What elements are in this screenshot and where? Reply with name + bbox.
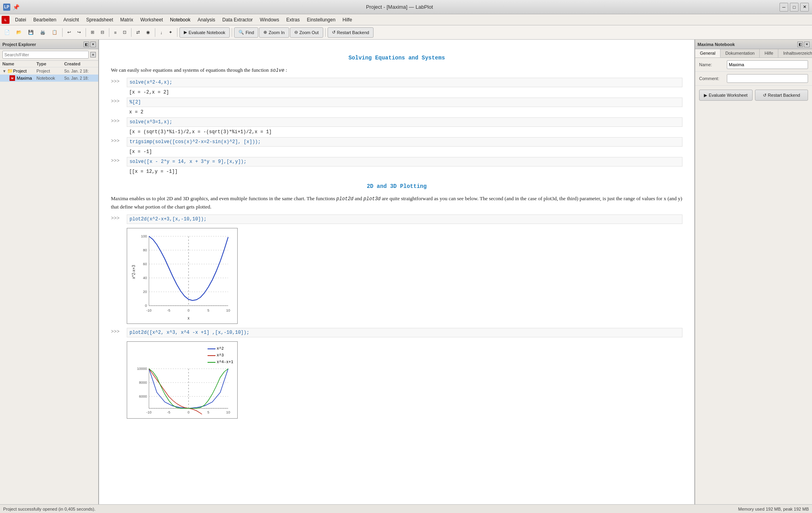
- zoom-in-button[interactable]: ⊕ Zoom In: [259, 27, 289, 38]
- tree-item-maxima[interactable]: M Maxima Notebook So. Jan. 2 18:: [0, 75, 98, 82]
- view1-button[interactable]: ⊞: [88, 27, 97, 38]
- cell-row-6: >>> plot2d(x^2-x+3,[x,-10,10]);: [111, 214, 682, 224]
- chart2-svg: 10000 8000 6000 -10 -5 0 5 10: [131, 367, 234, 414]
- menu-windows[interactable]: Windows: [257, 16, 282, 23]
- save-button[interactable]: 💾: [25, 27, 36, 38]
- right-panel-float-btn[interactable]: ◧: [797, 42, 803, 47]
- copy-button[interactable]: 📋: [49, 27, 60, 38]
- restart-backend-panel-button[interactable]: ↺ Restart Backend: [755, 90, 808, 101]
- zoom-out-label: Zoom Out: [299, 30, 319, 35]
- cell-input-6[interactable]: plot2d(x^2-x+3,[x,-10,10]);: [127, 214, 682, 224]
- sep6: [177, 28, 177, 37]
- tb-btn2[interactable]: ✦: [166, 27, 175, 38]
- evaluate-notebook-button[interactable]: ▶ Evaluate Notebook: [179, 27, 230, 38]
- evaluate-worksheet-button[interactable]: ▶ Evaluate Worksheet: [699, 90, 753, 101]
- pin-icon[interactable]: 📌: [13, 4, 19, 10]
- explorer-controls: ◧ ✕: [84, 42, 96, 47]
- prompt-1: >>>: [111, 78, 127, 85]
- explorer-close-btn[interactable]: ✕: [90, 42, 96, 47]
- svg-text:40: 40: [143, 276, 147, 280]
- sep5: [155, 28, 155, 37]
- redo-button[interactable]: ↪: [74, 27, 84, 38]
- right-panel: Maxima Notebook ◧ ✕ General Dokumentatio…: [695, 40, 812, 504]
- menu-worksheet[interactable]: Worksheet: [137, 16, 166, 23]
- solve-keyword: solve: [270, 68, 284, 73]
- undo-button[interactable]: ↩: [65, 27, 74, 38]
- menu-bearbeiten[interactable]: Bearbeiten: [30, 16, 59, 23]
- cell-input-5[interactable]: solve([x - 2*y = 14, x + 3*y = 9],[x,y])…: [127, 157, 682, 167]
- view2-button[interactable]: ⊟: [98, 27, 107, 38]
- chart2-container: x^2 x^3 x^4-x+1: [127, 341, 238, 419]
- col-type: Type: [36, 61, 64, 66]
- menu-matrix[interactable]: Matrix: [117, 16, 136, 23]
- svg-text:20: 20: [143, 290, 147, 294]
- menu-hilfe[interactable]: Hilfe: [339, 16, 355, 23]
- expand-arrow-project: ▼: [2, 69, 7, 73]
- right-panel-close-btn[interactable]: ✕: [804, 42, 810, 47]
- tab-hilfe[interactable]: Hilfe: [760, 49, 778, 57]
- close-button[interactable]: ✕: [800, 3, 809, 11]
- zoom-out-button[interactable]: ⊖ Zoom Out: [290, 27, 323, 38]
- svg-text:-5: -5: [167, 410, 170, 414]
- menu-notebook[interactable]: Notebook: [167, 16, 193, 23]
- cell-input-4[interactable]: trigsimp(solve([cos(x)^2-x=2-sin(x)^2], …: [127, 137, 682, 147]
- tb-btn1[interactable]: ↓: [157, 27, 165, 38]
- col-name: Name: [2, 61, 36, 66]
- menu-extras[interactable]: Extras: [283, 16, 303, 23]
- explorer-header: Project Explorer ◧ ✕: [0, 40, 98, 49]
- tab-dokumentation[interactable]: Dokumentation: [721, 49, 760, 57]
- chart1-container: 100 80 60 40 20 0 -10 -5 0 5 10: [127, 228, 238, 324]
- solve-intro-text: We can easily solve equations and system…: [111, 66, 682, 75]
- cell-output-5: [[x = 12,y = -1]]: [127, 167, 682, 176]
- right-panel-controls: ◧ ✕: [797, 42, 810, 47]
- new-button[interactable]: 📄: [2, 27, 13, 38]
- menu-data-extractor[interactable]: Data Extractor: [219, 16, 256, 23]
- restart-label: Restart Backend: [337, 30, 369, 35]
- prompt-4: >>>: [111, 137, 127, 145]
- cell-input-2[interactable]: %[2]: [127, 98, 682, 107]
- cell-input-3[interactable]: solve(x^3=1,x);: [127, 117, 682, 127]
- print-button[interactable]: 🖨️: [37, 27, 48, 38]
- right-panel-header: Maxima Notebook ◧ ✕: [695, 40, 812, 49]
- menu-analysis[interactable]: Analysis: [194, 16, 219, 23]
- menu-ansicht[interactable]: Ansicht: [60, 16, 82, 23]
- cell-input-1[interactable]: solve(x^2-4,x);: [127, 78, 682, 87]
- search-input[interactable]: [2, 51, 89, 59]
- find-button[interactable]: 🔍 Find: [234, 27, 258, 38]
- menu-einstellungen[interactable]: Einstellungen: [304, 16, 339, 23]
- svg-text:x: x: [188, 316, 190, 320]
- circle-button[interactable]: ◉: [143, 27, 153, 38]
- chart2-box: x^2 x^3 x^4-x+1: [127, 341, 238, 419]
- open-button[interactable]: 📂: [13, 27, 25, 38]
- tab-inhaltsverzeichnis[interactable]: Inhaltsverzeichn...: [778, 49, 812, 57]
- prompt-7: >>>: [111, 328, 127, 335]
- chart2-button[interactable]: ⊡: [120, 27, 129, 38]
- project-name: Project: [13, 69, 36, 73]
- restart-backend-panel-icon: ↺: [763, 93, 766, 98]
- tab-general[interactable]: General: [695, 49, 721, 57]
- chart1-button[interactable]: ≡: [111, 27, 119, 38]
- search-options-btn[interactable]: ≡: [90, 52, 96, 57]
- project-explorer: Project Explorer ◧ ✕ ≡ Name Type Created…: [0, 40, 99, 504]
- menu-datei[interactable]: Datei: [12, 16, 29, 23]
- restart-backend-button[interactable]: ↺ Restart Backend: [328, 27, 374, 38]
- notebook-area[interactable]: Solving Equations and Systems We can eas…: [99, 40, 695, 504]
- evaluate-notebook-icon: ▶: [184, 30, 187, 35]
- maximize-button[interactable]: □: [790, 3, 799, 11]
- col-created: Created: [64, 61, 96, 66]
- name-field[interactable]: [727, 60, 808, 69]
- menu-spreadsheet[interactable]: Spreadsheet: [83, 16, 116, 23]
- svg-text:-10: -10: [146, 308, 151, 312]
- toolbar: 📄 📂 💾 🖨️ 📋 ↩ ↪ ⊞ ⊟ ≡ ⊡ ⇄ ◉ ↓ ✦ ▶ Evaluat…: [0, 25, 812, 40]
- explorer-float-btn[interactable]: ◧: [84, 42, 89, 47]
- app-logo: L: [2, 16, 10, 24]
- comment-field[interactable]: [727, 74, 808, 83]
- svg-text:0: 0: [187, 410, 189, 414]
- exchange-button[interactable]: ⇄: [133, 27, 143, 38]
- minimize-button[interactable]: ─: [780, 3, 788, 11]
- svg-text:80: 80: [143, 248, 147, 252]
- cell-output-4: [x = -1]: [127, 147, 682, 156]
- cell-input-7[interactable]: plot2d([x^2, x^3, x^4 -x +1] ,[x,-10,10]…: [127, 328, 682, 337]
- legend-x4-label: x^4-x+1: [217, 359, 233, 365]
- tree-item-project[interactable]: ▼ 📁 Project Project So. Jan. 2 18:: [0, 67, 98, 75]
